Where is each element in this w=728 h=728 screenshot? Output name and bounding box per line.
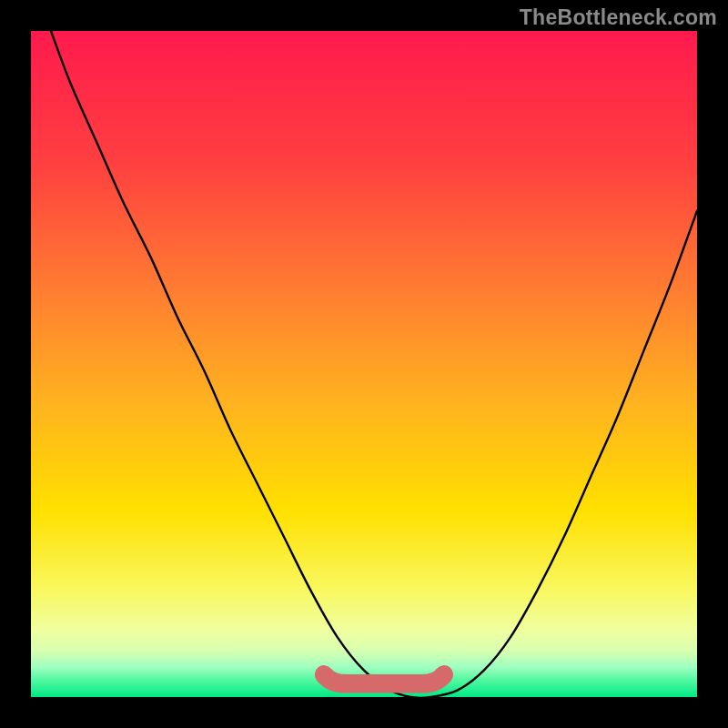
- watermark-text: TheBottleneck.com: [520, 5, 717, 30]
- plot-area: [31, 31, 697, 697]
- chart-frame: TheBottleneck.com: [0, 0, 728, 728]
- gradient-background: [31, 31, 697, 697]
- bottleneck-chart: [31, 31, 697, 697]
- accent-trough-band: [324, 674, 444, 683]
